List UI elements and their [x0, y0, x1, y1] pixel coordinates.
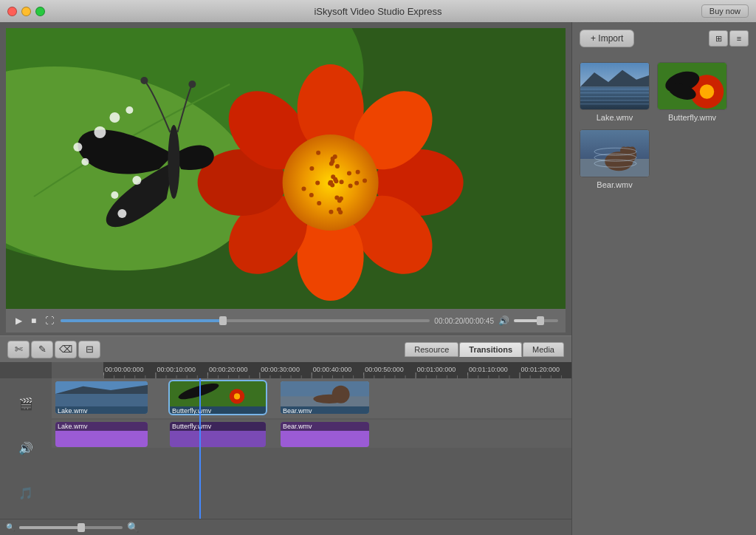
- delete-tool-button[interactable]: ⌫: [55, 341, 77, 358]
- media-thumb-butterfly: [657, 62, 727, 110]
- close-button[interactable]: [7, 7, 17, 16]
- right-panel: + Import ⊞ ≡ Lake.wmv Butterfly.wmv: [571, 22, 756, 535]
- clip-butterfly-audio[interactable]: Butterfly.wmv: [170, 422, 266, 447]
- clip-lake-video-label: Lake.wmv: [55, 406, 148, 414]
- audio-track-icon: 🔊: [15, 437, 37, 460]
- tab-media[interactable]: Media: [523, 342, 564, 357]
- track-icons: 🎬 🔊 🎵: [0, 378, 52, 519]
- clip-bear-video[interactable]: Bear.wmv: [281, 381, 369, 414]
- resource-tabs: Resource Transitions Media: [405, 342, 564, 357]
- timeline-area: 🎬 🔊 🎵 Lake.wmv: [0, 362, 571, 535]
- timeline-ruler: [103, 362, 571, 378]
- clip-butterfly-audio-label: Butterfly.wmv: [170, 422, 266, 431]
- list-view-button[interactable]: ≡: [729, 30, 749, 47]
- media-label-bear: Bear.wmv: [597, 180, 632, 189]
- media-item-lake[interactable]: Lake.wmv: [580, 62, 650, 122]
- clip-lake-audio[interactable]: Lake.wmv: [55, 422, 148, 447]
- tab-transitions[interactable]: Transitions: [459, 342, 522, 357]
- main-layout: ▶ ■ ⛶ 00:00:20/00:00:45 🔊 ✄ ✎ ⌫: [0, 22, 756, 535]
- progress-thumb: [219, 316, 227, 325]
- volume-thumb: [537, 316, 544, 325]
- timeline-tools: ✄ ✎ ⌫ ⊟: [7, 341, 100, 358]
- ruler-canvas: [103, 362, 571, 378]
- zoom-fill: [19, 526, 81, 529]
- volume-slider[interactable]: [514, 319, 558, 322]
- edit-tool-button[interactable]: ✎: [31, 341, 53, 358]
- view-toggle: ⊞ ≡: [709, 30, 749, 47]
- tab-resource[interactable]: Resource: [405, 342, 458, 357]
- timeline-toolbar: ✄ ✎ ⌫ ⊟ Resource Transitions Media: [0, 335, 571, 362]
- audio-track: Lake.wmv Butterfly.wmv Bear.wmv: [52, 420, 571, 449]
- titlebar: iSkysoft Video Studio Express Buy now: [0, 0, 756, 22]
- time-display: 00:00:20/00:00:45: [434, 317, 494, 325]
- video-track: Lake.wmv Butterfly.wmv Bear.wmv: [52, 378, 571, 420]
- music-track-icon: 🎵: [15, 483, 37, 505]
- zoom-max-icon: 🔍: [127, 522, 139, 533]
- clip-thumb-butterfly: [170, 381, 266, 406]
- thumb-butterfly-canvas: [658, 63, 727, 110]
- zoom-slider[interactable]: [19, 526, 123, 529]
- playback-bar: ▶ ■ ⛶ 00:00:20/00:00:45 🔊: [6, 309, 566, 333]
- video-canvas: [6, 28, 566, 309]
- media-thumb-lake: [580, 62, 650, 110]
- clip-bear-audio[interactable]: Bear.wmv: [281, 422, 369, 447]
- zoom-bar: 🔍 🔍: [0, 519, 571, 535]
- grid-view-button[interactable]: ⊞: [709, 30, 728, 47]
- progress-bar[interactable]: [61, 319, 430, 322]
- music-track: [52, 449, 571, 476]
- buy-now-button[interactable]: Buy now: [701, 4, 749, 18]
- maximize-button[interactable]: [35, 7, 45, 16]
- clip-thumb-bear: [281, 381, 369, 406]
- clip-thumb-lake: [55, 381, 148, 406]
- app-title: iSkysoft Video Studio Express: [314, 6, 441, 17]
- clip-butterfly-video[interactable]: Butterfly.wmv: [170, 381, 266, 414]
- stop-button[interactable]: ■: [29, 314, 38, 327]
- clip-bear-audio-label: Bear.wmv: [281, 422, 369, 431]
- clip-bear-video-label: Bear.wmv: [281, 406, 369, 414]
- import-bar: + Import ⊞ ≡: [572, 22, 756, 55]
- progress-fill: [61, 319, 223, 322]
- timeline-section: ✄ ✎ ⌫ ⊟ Resource Transitions Media: [0, 335, 571, 535]
- minimize-button[interactable]: [21, 7, 31, 16]
- left-panel: ▶ ■ ⛶ 00:00:20/00:00:45 🔊 ✄ ✎ ⌫: [0, 22, 571, 535]
- thumb-lake-canvas: [580, 63, 650, 110]
- video-preview: [6, 28, 566, 309]
- cut-tool-button[interactable]: ✄: [7, 341, 30, 358]
- ruler-row: [0, 362, 571, 378]
- fullscreen-button[interactable]: ⛶: [43, 314, 56, 327]
- tracks-content: Lake.wmv Butterfly.wmv Bear.wmv: [52, 378, 571, 519]
- media-grid: Lake.wmv Butterfly.wmv Bear.wmv: [572, 55, 756, 535]
- zoom-min-icon: 🔍: [6, 523, 15, 531]
- video-track-icon: 🎬: [15, 392, 37, 415]
- clip-lake-audio-label: Lake.wmv: [55, 422, 148, 431]
- thumb-bear-canvas: [580, 130, 650, 177]
- volume-icon: 🔊: [498, 316, 509, 326]
- media-item-butterfly[interactable]: Butterfly.wmv: [657, 62, 727, 122]
- tracks-area: 🎬 🔊 🎵 Lake.wmv: [0, 378, 571, 519]
- window-controls: [7, 7, 45, 16]
- media-item-bear[interactable]: Bear.wmv: [580, 129, 650, 189]
- clip-butterfly-video-label: Butterfly.wmv: [170, 406, 266, 414]
- play-button[interactable]: ▶: [13, 314, 24, 327]
- ruler-spacer: [0, 362, 52, 378]
- media-label-butterfly: Butterfly.wmv: [668, 113, 716, 122]
- split-tool-button[interactable]: ⊟: [78, 341, 100, 358]
- media-label-lake: Lake.wmv: [597, 113, 633, 122]
- zoom-thumb: [78, 523, 85, 532]
- clip-lake-video[interactable]: Lake.wmv: [55, 381, 148, 414]
- import-button[interactable]: + Import: [580, 30, 634, 47]
- media-thumb-bear: [580, 129, 650, 177]
